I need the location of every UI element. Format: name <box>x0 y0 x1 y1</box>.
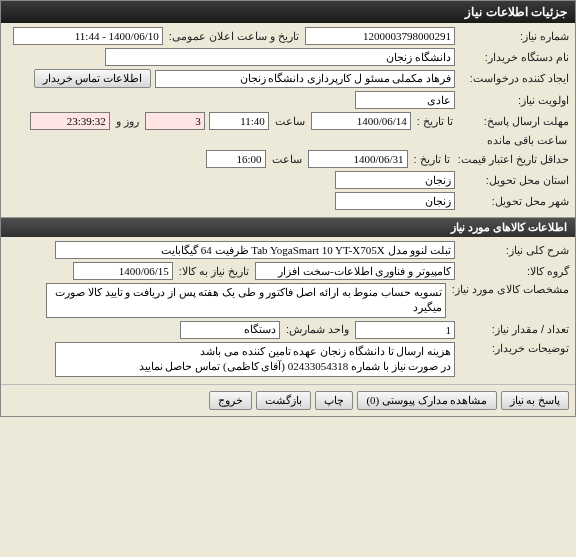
creator-label: ایجاد کننده درخواست: <box>459 72 569 85</box>
announce-field[interactable] <box>13 27 163 45</box>
reply-button[interactable]: پاسخ به نیاز <box>501 391 570 410</box>
priority-field[interactable] <box>355 91 455 109</box>
footer-toolbar: پاسخ به نیاز مشاهده مدارک پیوستی (0) چاپ… <box>1 384 575 416</box>
buyer-label: نام دستگاه خریدار: <box>459 51 569 64</box>
remain-days-label: روز و <box>114 115 141 128</box>
time-label-2: ساعت <box>270 153 304 166</box>
qty-field[interactable] <box>355 321 455 339</box>
print-button[interactable]: چاپ <box>315 391 353 410</box>
items-section-header: اطلاعات کالاهای مورد نیاز <box>1 217 575 237</box>
need-date-field[interactable] <box>73 262 173 280</box>
announce-label: تاریخ و ساعت اعلان عمومی: <box>167 30 301 43</box>
price-valid-time-field[interactable] <box>206 150 266 168</box>
city-field[interactable] <box>335 192 455 210</box>
price-valid-date-field[interactable] <box>308 150 408 168</box>
remain-time-field <box>30 112 110 130</box>
unit-label: واحد شمارش: <box>284 323 351 336</box>
province-field[interactable] <box>335 171 455 189</box>
exit-button[interactable]: خروج <box>209 391 252 410</box>
general-section: شماره نیاز: تاریخ و ساعت اعلان عمومی: نا… <box>1 23 575 217</box>
desc-field[interactable] <box>55 241 455 259</box>
creator-field[interactable] <box>155 70 455 88</box>
need-date-label: تاریخ نیاز به کالا: <box>177 265 251 278</box>
priority-label: اولویت نیاز: <box>459 94 569 107</box>
buyer-field[interactable] <box>105 48 455 66</box>
deadline-time-field[interactable] <box>209 112 269 130</box>
group-field[interactable] <box>255 262 455 280</box>
until-label: تا تاریخ : <box>415 115 455 128</box>
deadline-label: مهلت ارسال پاسخ: <box>459 115 569 128</box>
buyer-note-field[interactable] <box>55 342 455 377</box>
remain-days-field <box>145 112 205 130</box>
need-no-field[interactable] <box>305 27 455 45</box>
spec-label: مشخصات کالای مورد نیاز: <box>450 283 569 296</box>
until-label-2: تا تاریخ : <box>412 153 452 166</box>
window-title: جزئیات اطلاعات نیاز <box>1 1 575 23</box>
deadline-date-field[interactable] <box>311 112 411 130</box>
need-no-label: شماره نیاز: <box>459 30 569 43</box>
remain-suffix-label: ساعت باقی مانده <box>485 134 569 147</box>
items-section: شرح کلی نیاز: گروه کالا: تاریخ نیاز به ک… <box>1 237 575 384</box>
back-button[interactable]: بازگشت <box>256 391 311 410</box>
province-label: استان محل تحویل: <box>459 174 569 187</box>
group-label: گروه کالا: <box>459 265 569 278</box>
price-valid-label: حداقل تاریخ اعتبار قیمت: <box>456 153 569 166</box>
buyer-note-label: توضیحات خریدار: <box>459 342 569 355</box>
spec-field[interactable] <box>46 283 446 318</box>
time-label-1: ساعت <box>273 115 307 128</box>
qty-label: تعداد / مقدار نیاز: <box>459 323 569 336</box>
attachments-button[interactable]: مشاهده مدارک پیوستی (0) <box>357 391 496 410</box>
city-label: شهر محل تحویل: <box>459 195 569 208</box>
contact-info-button[interactable]: اطلاعات تماس خریدار <box>34 69 152 88</box>
unit-field[interactable] <box>180 321 280 339</box>
desc-label: شرح کلی نیاز: <box>459 244 569 257</box>
window: جزئیات اطلاعات نیاز شماره نیاز: تاریخ و … <box>0 0 576 417</box>
